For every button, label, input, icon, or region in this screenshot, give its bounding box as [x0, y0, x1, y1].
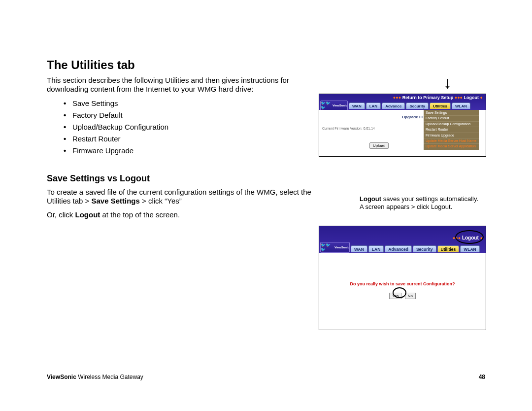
menu-item[interactable]: Save Settings: [424, 110, 479, 116]
text: at the top of the screen.: [100, 210, 180, 219]
menu-item[interactable]: Upload/Backup Configuration: [424, 122, 479, 127]
paragraph-logout: Or, click Logout at the top of the scree…: [47, 210, 318, 219]
paragraph-save-settings: To create a saved file of the current co…: [47, 188, 318, 206]
tab-wan[interactable]: WAN: [351, 245, 367, 252]
router-tab-row: WAN LAN Advance Security Utilities WLAN: [349, 103, 470, 109]
tab-advanced[interactable]: Advanced: [385, 245, 412, 252]
utilities-dropdown[interactable]: Save Settings Factory Default Upload/Bac…: [424, 110, 479, 150]
tab-wlan[interactable]: WLAN: [460, 245, 480, 252]
upload-button[interactable]: Upload: [369, 142, 389, 149]
list-item: Save Settings: [66, 98, 264, 109]
annotation-circle-logout: [455, 230, 484, 244]
text-bold: Logout: [360, 195, 381, 203]
viewsonic-logo: 🐦🐦🐦ViewSonic: [320, 101, 348, 110]
tab-wan[interactable]: WAN: [349, 103, 365, 109]
viewsonic-logo: 🐦🐦🐦ViewSonic: [320, 242, 350, 253]
text: Or, click: [47, 210, 75, 219]
page-title: The Utilities tab: [47, 58, 485, 72]
tab-advance[interactable]: Advance: [382, 103, 405, 109]
callout-logout-note: Logout saves your settings automatically…: [360, 195, 483, 211]
router-top-links: ●●● Return to Primary Setup ●●● Logout ●: [393, 95, 483, 100]
list-item: Firmware Upgrade: [66, 145, 264, 157]
link-logout[interactable]: Logout: [464, 95, 479, 100]
list-item: Factory Default: [66, 109, 264, 121]
tab-utilities[interactable]: Utilities: [437, 245, 460, 252]
menu-item[interactable]: Restart Router: [424, 127, 479, 133]
menu-item[interactable]: Update Media Server Application: [424, 144, 479, 149]
section-subtitle: Save Settings vs Logout: [47, 173, 485, 184]
annotation-circle-yes: [393, 287, 406, 298]
tab-security[interactable]: Security: [406, 103, 429, 109]
menu-item[interactable]: Factory Default: [424, 116, 479, 121]
screenshot-utilities-menu: ●●● Return to Primary Setup ●●● Logout ●…: [319, 94, 486, 157]
confirm-message: Do you really wish to save current Confi…: [319, 281, 486, 286]
text-bold: Logout: [75, 210, 100, 219]
text: > click “Yes”: [140, 197, 182, 205]
firmware-version-label: Current Firmware Version: 0.01.14: [322, 127, 375, 130]
router-body: Upgrade Fi Save Settings Factory Default…: [319, 110, 486, 157]
list-item: Restart Router: [66, 133, 264, 145]
footer-left: ViewSonic Wireless Media Gateway: [47, 374, 143, 380]
intro-paragraph: This section describes the following Uti…: [47, 76, 313, 94]
no-button[interactable]: No: [405, 293, 416, 299]
screenshot-save-confirm: ●●● Logout ● 🐦🐦🐦ViewSonic WAN LAN Advanc…: [319, 226, 486, 330]
list-item: Upload/Backup Configuration: [66, 121, 264, 133]
footer-text: Wireless Media Gateway: [76, 374, 143, 380]
utilities-list: Save Settings Factory Default Upload/Bac…: [66, 98, 264, 157]
menu-item[interactable]: Update Media Server Host Name: [424, 138, 479, 144]
tab-lan[interactable]: LAN: [366, 103, 381, 109]
page-number: 48: [479, 374, 485, 380]
router-topbar: ●●● Return to Primary Setup ●●● Logout ●…: [319, 94, 486, 110]
text-bold: Save Settings: [91, 197, 139, 205]
page-footer: ViewSonic Wireless Media Gateway 48: [47, 374, 485, 380]
router-tab-row: WAN LAN Advanced Security Utilities WLAN: [351, 245, 480, 252]
tab-wlan[interactable]: WLAN: [452, 103, 470, 109]
tab-lan[interactable]: LAN: [368, 245, 384, 252]
tab-security[interactable]: Security: [413, 245, 436, 252]
footer-brand: ViewSonic: [47, 374, 76, 380]
tab-utilities[interactable]: Utilities: [430, 103, 451, 109]
menu-item[interactable]: Firmware Upgrade: [424, 133, 479, 138]
arrow-down-icon: ↓: [443, 74, 452, 91]
upgrade-label: Upgrade Fi: [402, 115, 423, 119]
link-return-primary[interactable]: Return to Primary Setup: [402, 95, 454, 100]
